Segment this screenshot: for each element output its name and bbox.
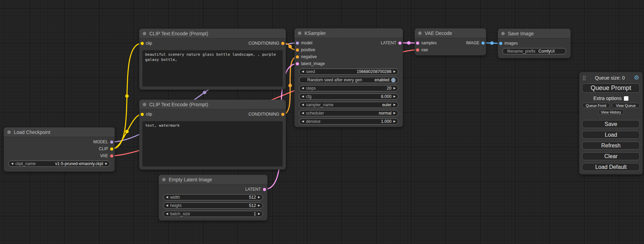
increment-arrow-icon[interactable]: ▶	[105, 162, 107, 165]
prompt-textarea[interactable]: beautiful scenery nature glass bottle la…	[142, 50, 283, 87]
collapse-dot[interactable]	[7, 130, 11, 134]
increment-arrow-icon[interactable]: ▶	[258, 204, 260, 207]
decrement-arrow-icon[interactable]: ◀	[11, 162, 13, 165]
node-title-bar[interactable]: Save Image	[498, 29, 571, 38]
link-midpoint-dot[interactable]	[407, 41, 411, 45]
input-port-samples[interactable]	[416, 42, 419, 45]
ksampler-node[interactable]: KSamplermodelLATENTpositivenegativelaten…	[294, 28, 403, 127]
widget-scheduler[interactable]: ◀schedulernormal▶	[299, 110, 398, 116]
widget-batch-size[interactable]: ◀batch_size1▶	[163, 211, 263, 217]
extra-options-checkbox[interactable]	[624, 96, 628, 101]
input-port-clip[interactable]	[141, 113, 144, 116]
load-default-button[interactable]: Load Default	[582, 163, 640, 171]
input-group: latent_image	[296, 61, 325, 66]
node-graph-canvas[interactable]: Load CheckpointMODELCLIPVAE◀ckpt_namev1-…	[0, 0, 644, 244]
drag-handle-icon[interactable]	[583, 75, 586, 80]
link-midpoint-dot[interactable]	[289, 84, 292, 87]
widget-sampler-name[interactable]: ◀sampler_nameeuler▶	[299, 102, 398, 108]
input-group: samples	[416, 40, 437, 45]
increment-arrow-icon[interactable]: ▶	[394, 87, 396, 90]
decrement-arrow-icon[interactable]: ◀	[302, 95, 304, 98]
widget-denoise[interactable]: ◀denoise1.000▶	[299, 118, 398, 125]
collapse-dot[interactable]	[162, 178, 166, 181]
load-checkpoint-node[interactable]: Load CheckpointMODELCLIPVAE◀ckpt_namev1-…	[4, 127, 115, 172]
input-port-positive[interactable]	[296, 48, 299, 52]
input-port-vae[interactable]	[416, 48, 419, 52]
link-midpoint-dot[interactable]	[289, 45, 292, 48]
refresh-button[interactable]: Refresh	[582, 142, 640, 150]
input-port-latent-image[interactable]	[296, 62, 299, 65]
increment-arrow-icon[interactable]: ▶	[258, 213, 260, 215]
decrement-arrow-icon[interactable]: ◀	[302, 103, 304, 106]
node-title-bar[interactable]: KSampler	[294, 28, 403, 38]
empty-latent-image-node[interactable]: Empty Latent ImageLATENT◀width512▶◀heigh…	[159, 175, 267, 220]
decrement-arrow-icon[interactable]: ◀	[302, 70, 304, 73]
clip-text-encode-positive-node[interactable]: CLIP Text Encode (Prompt)clipCONDITIONIN…	[139, 29, 286, 90]
widget-height[interactable]: ◀height512▶	[163, 202, 263, 209]
widget-value: enabled	[364, 78, 389, 82]
decrement-arrow-icon[interactable]: ◀	[166, 204, 168, 207]
input-port-negative[interactable]	[296, 55, 299, 58]
collapse-dot[interactable]	[418, 31, 422, 35]
output-port-latent[interactable]	[263, 188, 266, 191]
input-port-images[interactable]	[499, 42, 502, 45]
link-midpoint-dot[interactable]	[203, 91, 206, 94]
output-port-image[interactable]	[482, 42, 485, 45]
save-image-node[interactable]: Save Imageimagesfilename_prefixComfyUI	[498, 29, 571, 58]
widget-width[interactable]: ◀width512▶	[163, 194, 263, 200]
increment-arrow-icon[interactable]: ▶	[394, 103, 396, 106]
link-midpoint-dot[interactable]	[125, 94, 129, 98]
increment-arrow-icon[interactable]: ▶	[394, 120, 396, 123]
vae-decode-node[interactable]: VAE DecodesamplesIMAGEvae	[415, 28, 486, 55]
node-title-bar[interactable]: VAE Decode	[415, 28, 486, 38]
widget-seed[interactable]: ◀seed156680208700286▶	[299, 69, 398, 75]
widget-random-seed-after-every-gen[interactable]: Random seed after every genenabled	[299, 77, 398, 83]
node-title-bar[interactable]: CLIP Text Encode (Prompt)	[139, 100, 286, 109]
collapse-dot[interactable]	[143, 32, 146, 35]
decrement-arrow-icon[interactable]: ◀	[302, 112, 304, 115]
decrement-arrow-icon[interactable]: ◀	[166, 196, 168, 199]
increment-arrow-icon[interactable]: ▶	[394, 112, 396, 115]
output-port-vae[interactable]	[110, 154, 113, 157]
widget-cfg[interactable]: ◀cfg8.000▶	[299, 93, 398, 100]
input-label: images	[504, 41, 518, 46]
output-port-model[interactable]	[110, 141, 113, 144]
collapse-dot[interactable]	[501, 32, 505, 35]
clear-button[interactable]: Clear	[582, 152, 640, 160]
save-button[interactable]: Save	[582, 120, 640, 128]
queue-front-button[interactable]: Queue Front	[582, 103, 610, 108]
widget-filename-prefix[interactable]: filename_prefixComfyUI	[502, 48, 566, 54]
port-row: CLIP	[4, 145, 115, 152]
node-title-bar[interactable]: CLIP Text Encode (Prompt)	[139, 29, 286, 38]
port-row: latent_image	[294, 60, 403, 67]
clip-text-encode-negative-node[interactable]: CLIP Text Encode (Prompt)clipCONDITIONIN…	[139, 100, 286, 170]
output-port-conditioning[interactable]	[281, 113, 284, 116]
increment-arrow-icon[interactable]: ▶	[394, 95, 396, 98]
link-midpoint-dot[interactable]	[490, 42, 494, 45]
output-port-latent[interactable]	[398, 42, 402, 45]
input-group: clip	[141, 41, 152, 46]
output-port-clip[interactable]	[110, 147, 113, 151]
node-title-bar[interactable]: Load Checkpoint	[4, 127, 115, 137]
collapse-dot[interactable]	[143, 103, 146, 106]
load-button[interactable]: Load	[582, 131, 640, 139]
view-queue-button[interactable]: View Queue	[612, 103, 640, 108]
widget-steps[interactable]: ◀steps20▶	[299, 85, 398, 91]
node-title-bar[interactable]: Empty Latent Image	[159, 175, 267, 184]
toggle-knob[interactable]	[391, 78, 396, 82]
decrement-arrow-icon[interactable]: ◀	[302, 120, 304, 123]
queue-prompt-button[interactable]: Queue Prompt	[582, 83, 640, 93]
input-port-clip[interactable]	[141, 42, 144, 45]
prompt-textarea[interactable]: text, watermark	[142, 121, 283, 166]
input-port-model[interactable]	[296, 42, 299, 45]
decrement-arrow-icon[interactable]: ◀	[302, 87, 304, 90]
view-history-button[interactable]: View History	[598, 109, 624, 115]
gear-icon[interactable]: ⚙	[634, 75, 639, 81]
increment-arrow-icon[interactable]: ▶	[394, 70, 396, 73]
increment-arrow-icon[interactable]: ▶	[258, 196, 260, 199]
collapse-dot[interactable]	[298, 31, 301, 35]
widget-ckpt-name[interactable]: ◀ckpt_namev1-5-pruned-emaonly.ckpt▶	[8, 161, 110, 167]
link-midpoint-dot[interactable]	[125, 130, 129, 133]
output-port-conditioning[interactable]	[281, 42, 284, 45]
decrement-arrow-icon[interactable]: ◀	[166, 213, 168, 215]
